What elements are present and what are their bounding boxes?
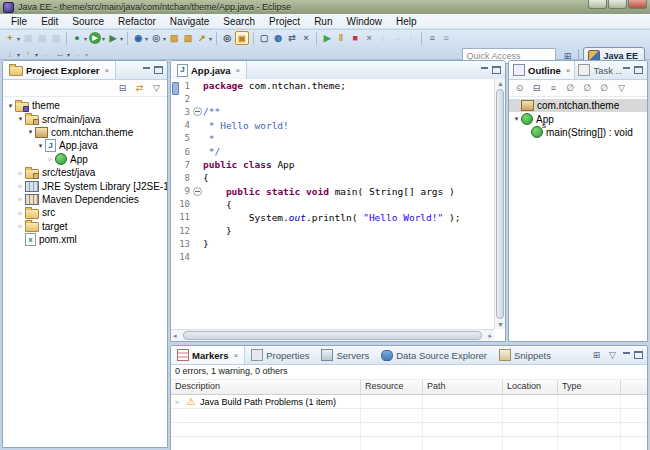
print-button[interactable]: ▤ xyxy=(49,31,63,45)
column-header-path[interactable]: Path xyxy=(423,380,503,394)
expander-icon[interactable]: ▹ xyxy=(173,398,182,406)
search-button[interactable]: ◎ xyxy=(220,31,234,45)
tab-app-java[interactable]: J App.java × xyxy=(171,61,247,79)
marker-row[interactable]: ▹⚠Java Build Path Problems (1 item) xyxy=(171,395,647,409)
menu-edit[interactable]: Edit xyxy=(34,14,65,29)
mark-occurrences-button[interactable]: × xyxy=(299,31,313,45)
terminate-button[interactable]: ■ xyxy=(348,31,362,45)
tree-item-target[interactable]: ▹target xyxy=(3,220,167,233)
menu-file[interactable]: File xyxy=(4,14,34,29)
link-with-editor-icon[interactable]: ⇄ xyxy=(133,82,146,95)
step-return-button[interactable]: ↑ xyxy=(404,31,418,45)
close-window-button[interactable] xyxy=(628,0,647,9)
minimize-window-button[interactable] xyxy=(588,0,607,9)
fold-collapse-icon[interactable] xyxy=(193,187,202,196)
scroll-down-icon[interactable]: ▼ xyxy=(497,321,504,328)
maximize-view-button[interactable] xyxy=(154,66,163,74)
scrollbar-thumb[interactable] xyxy=(496,89,504,319)
next-annotation-button[interactable]: ↓▾ xyxy=(3,47,21,61)
toggle-annotation-button[interactable]: ▣ xyxy=(234,31,250,45)
expander-icon[interactable]: ▾ xyxy=(6,102,15,110)
tab-servers[interactable]: Servers xyxy=(315,346,375,364)
maximize-view-button[interactable] xyxy=(492,66,501,74)
close-icon[interactable]: × xyxy=(104,66,109,75)
new-button[interactable]: +▾ xyxy=(3,31,21,45)
menu-help[interactable]: Help xyxy=(389,14,424,29)
view-menu-icon[interactable]: ▽ xyxy=(606,349,619,362)
code-editor[interactable]: 1package com.ntchan.theme;23/**4 * Hello… xyxy=(171,79,494,329)
disconnect-button[interactable]: × xyxy=(362,31,376,45)
tree-item-theme[interactable]: ▾theme xyxy=(3,99,167,112)
tab-task-list[interactable]: Task ... xyxy=(575,61,622,79)
expander-icon[interactable]: ▹ xyxy=(16,182,25,190)
run-wizard-button[interactable]: ↗▾ xyxy=(195,31,213,45)
tree-item-com-ntchan-theme[interactable]: ▾com.ntchan.theme xyxy=(3,126,167,139)
coverage-button[interactable]: ≡ xyxy=(425,31,439,45)
editor-horizontal-scrollbar[interactable]: ◂ ▸ xyxy=(171,329,494,341)
step-over-button[interactable]: → xyxy=(390,31,404,45)
export-button[interactable]: ▧ xyxy=(181,31,195,45)
editor-vertical-scrollbar[interactable]: ▲ ▼ xyxy=(494,79,505,329)
maximize-window-button[interactable] xyxy=(608,0,627,9)
back-button[interactable]: ←▾ xyxy=(53,47,71,61)
minimize-view-button[interactable] xyxy=(622,351,631,359)
expander-icon[interactable]: ▾ xyxy=(16,115,25,123)
menu-search[interactable]: Search xyxy=(216,14,262,29)
maximize-view-button[interactable] xyxy=(634,351,643,359)
save-all-button[interactable]: ▣ xyxy=(35,31,49,45)
skip-breakpoints-button[interactable]: ‖ xyxy=(334,31,348,45)
tree-item-jre-system-library-j2se-1-5[interactable]: ▹JRE System Library [J2SE-1.5] xyxy=(3,179,167,192)
expander-icon[interactable]: ▹ xyxy=(16,169,25,177)
save-button[interactable]: ▣ xyxy=(21,31,35,45)
hide-non-public-icon[interactable]: ∅ xyxy=(598,82,611,95)
scroll-left-icon[interactable]: ◂ xyxy=(173,332,177,340)
external-tools-button[interactable]: ▶▾ xyxy=(106,31,124,45)
view-menu-icon[interactable]: ▽ xyxy=(615,82,628,95)
menu-window[interactable]: Window xyxy=(339,14,389,29)
import-button[interactable]: ▨ xyxy=(167,31,181,45)
debug-button[interactable]: ●▾ xyxy=(70,31,88,45)
close-icon[interactable]: × xyxy=(566,66,571,75)
expander-icon[interactable]: ▹ xyxy=(16,222,25,230)
menu-source[interactable]: Source xyxy=(65,14,111,29)
hide-static-members-icon[interactable]: ∅ xyxy=(581,82,594,95)
synchronize-button[interactable]: ⇄ xyxy=(285,31,299,45)
minimize-view-button[interactable] xyxy=(480,66,489,74)
menu-run[interactable]: Run xyxy=(307,14,339,29)
tab-project-explorer[interactable]: Project Explorer × xyxy=(3,61,116,79)
tree-item-pom-xml[interactable]: xpom.xml xyxy=(3,233,167,246)
column-header-description[interactable]: Description xyxy=(171,380,361,394)
tree-item-app[interactable]: ▾App xyxy=(509,112,647,125)
tree-item-app[interactable]: ▹App xyxy=(3,153,167,166)
tab-properties[interactable]: Properties xyxy=(245,346,315,364)
tree-item-maven-dependencies[interactable]: ▹Maven Dependencies xyxy=(3,193,167,206)
tree-item-src-main-java[interactable]: ▾src/main/java xyxy=(3,112,167,125)
last-edit-location-button[interactable]: ← xyxy=(39,47,53,61)
tab-outline[interactable]: Outline × xyxy=(509,61,575,79)
focus-icon[interactable]: ⊙ xyxy=(513,82,526,95)
profile-button[interactable]: ≡ xyxy=(439,31,453,45)
column-header-type[interactable]: Type xyxy=(558,380,621,394)
forward-button[interactable]: →▾ xyxy=(71,47,89,61)
tab-markers[interactable]: Markers× xyxy=(171,346,245,364)
web-browser-button[interactable]: ◍ xyxy=(271,31,285,45)
minimize-view-button[interactable] xyxy=(142,66,151,74)
minimize-view-button[interactable] xyxy=(622,66,631,74)
sort-icon[interactable]: ≡ xyxy=(547,82,560,95)
collapse-all-icon[interactable]: ⊟ xyxy=(530,82,543,95)
expander-icon[interactable]: ▹ xyxy=(16,195,25,203)
tab-data-source-explorer[interactable]: Data Source Explorer xyxy=(375,346,493,364)
close-icon[interactable]: × xyxy=(236,66,241,75)
filters-icon[interactable]: ⊞ xyxy=(590,349,603,362)
column-header-resource[interactable]: Resource xyxy=(361,380,423,394)
run-button[interactable]: ▶▾ xyxy=(88,31,106,45)
scroll-up-icon[interactable]: ▲ xyxy=(497,80,504,87)
tree-item-main-string-void[interactable]: Smain(String[]) : void xyxy=(509,126,647,139)
tab-snippets[interactable]: Snippets xyxy=(493,346,557,364)
expander-icon[interactable]: ▾ xyxy=(512,115,521,123)
resume-button[interactable]: ▶ xyxy=(320,31,334,45)
close-icon[interactable]: × xyxy=(233,351,238,360)
expander-icon[interactable]: ▹ xyxy=(46,155,55,163)
menu-refactor[interactable]: Refactor xyxy=(111,14,163,29)
new-wizard-button[interactable]: ◎▾ xyxy=(149,31,167,45)
